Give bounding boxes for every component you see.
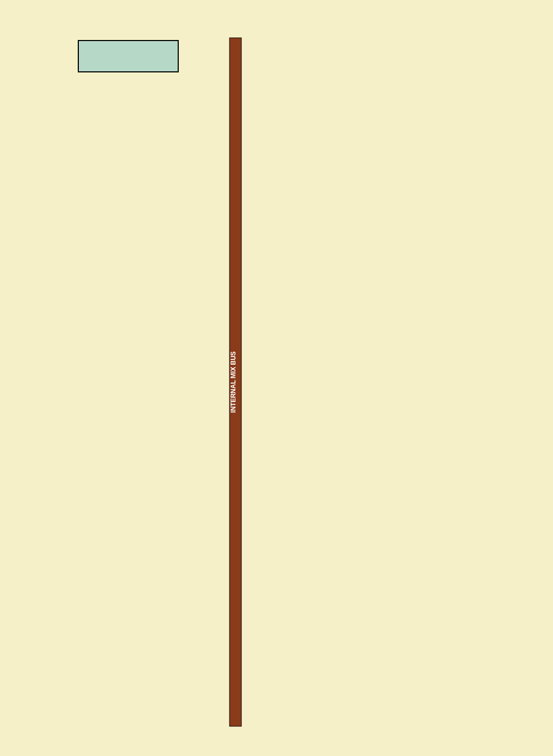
bus-label: INTERNAL MIX BUS (230, 351, 237, 413)
channel-box (78, 41, 178, 72)
svg-rect-0 (0, 0, 553, 756)
block-diagram: INTERNAL MIX BUS (0, 0, 553, 756)
